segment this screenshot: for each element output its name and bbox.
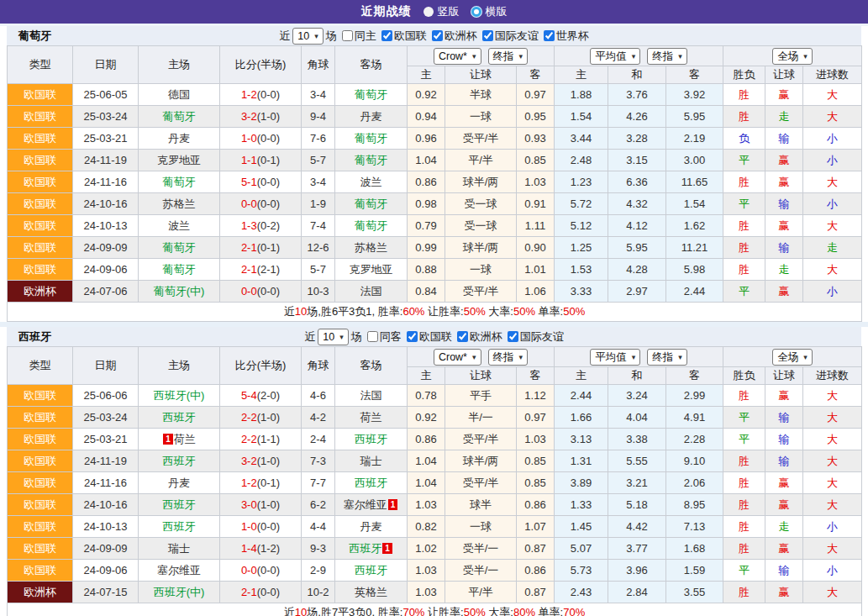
match-date: 24-07-15 bbox=[73, 582, 139, 603]
summary-segment: 10 bbox=[295, 606, 307, 616]
result-value: 平 bbox=[723, 281, 765, 303]
average-final-select[interactable]: 终指 bbox=[647, 349, 687, 366]
odds-value: 1.03 bbox=[517, 171, 555, 193]
odds-source-select[interactable]: Crow* bbox=[434, 48, 481, 65]
fulltime-select[interactable]: 全场 bbox=[772, 349, 813, 366]
competition-checkbox[interactable] bbox=[432, 30, 443, 41]
competition-option[interactable]: 国际友谊 bbox=[480, 29, 539, 44]
competition-option[interactable]: 欧洲杯 bbox=[455, 329, 502, 345]
match-count-select[interactable]: 10 bbox=[318, 329, 348, 345]
games-label: 场 bbox=[326, 29, 337, 44]
team-label: 西班牙 bbox=[349, 542, 381, 555]
result-value: 赢 bbox=[765, 150, 803, 171]
home-team: 波兰 bbox=[139, 215, 220, 237]
corner-score: 7-7 bbox=[302, 472, 335, 494]
sub-column-header: 胜负 bbox=[723, 367, 765, 385]
halftime-score: (0-1) bbox=[257, 476, 280, 489]
table-row: 欧国联25-06-06西班牙(中)5-4(2-0)4-6法国0.78平手1.12… bbox=[8, 385, 862, 407]
chevron-down-icon bbox=[314, 32, 318, 40]
same-venue-option[interactable]: 同客 bbox=[365, 329, 402, 345]
competition-option[interactable]: 欧国联 bbox=[404, 329, 452, 345]
odds-value: 0.98 bbox=[408, 193, 445, 215]
competition-checkbox[interactable] bbox=[508, 331, 518, 342]
fulltime-score: 0-0 bbox=[241, 285, 257, 297]
halftime-score: (1-0) bbox=[257, 411, 280, 424]
same-venue-checkbox[interactable] bbox=[342, 30, 353, 41]
odds-final-select[interactable]: 终指 bbox=[488, 48, 529, 65]
average-odds-value: 1.31 bbox=[555, 450, 608, 472]
match-date: 25-06-06 bbox=[73, 385, 139, 407]
halftime-score: (0-0) bbox=[257, 564, 280, 577]
fulltime-score: 2-1 bbox=[241, 586, 257, 598]
result-value: 平 bbox=[723, 429, 765, 450]
halftime-score: (2-0) bbox=[257, 389, 280, 402]
chevron-down-icon bbox=[519, 353, 523, 361]
away-team: 西班牙 bbox=[335, 560, 408, 582]
competition-option[interactable]: 世界杯 bbox=[541, 29, 589, 44]
competition-option[interactable]: 欧洲杯 bbox=[429, 29, 477, 44]
sub-column-header: 主 bbox=[555, 66, 608, 84]
radio-vertical-icon[interactable] bbox=[423, 7, 434, 17]
match-type: 欧国联 bbox=[8, 84, 73, 106]
away-team: 荷兰 bbox=[335, 407, 408, 429]
match-date: 25-03-21 bbox=[73, 429, 139, 450]
result-value: 走 bbox=[765, 516, 803, 538]
score: 2-2(1-0) bbox=[220, 407, 302, 429]
chevron-down-icon bbox=[519, 52, 523, 61]
view-option-horizontal[interactable]: 横版 bbox=[471, 4, 508, 19]
average-odds-value: 2.28 bbox=[666, 429, 723, 450]
odds-final-select-value: 终指 bbox=[493, 350, 514, 364]
team-label: 葡萄牙 bbox=[355, 219, 387, 232]
team-label: 荷兰 bbox=[360, 411, 382, 424]
sub-column-header: 胜负 bbox=[723, 66, 765, 84]
score: 2-1(0-0) bbox=[220, 582, 302, 603]
radio-horizontal-icon[interactable] bbox=[471, 7, 481, 17]
team-label: 丹麦 bbox=[360, 520, 382, 533]
score: 5-1(0-0) bbox=[220, 171, 302, 193]
competition-checkbox[interactable] bbox=[544, 30, 555, 41]
score: 1-2(0-1) bbox=[220, 472, 302, 494]
table-row: 欧国联24-09-06葡萄牙2-1(2-1)5-7克罗地亚0.88一球1.011… bbox=[8, 259, 862, 281]
average-odds-value: 3.33 bbox=[555, 281, 608, 303]
same-venue-checkbox[interactable] bbox=[367, 331, 378, 342]
match-type: 欧国联 bbox=[8, 385, 73, 407]
team-label: 苏格兰 bbox=[355, 241, 387, 254]
competition-checkbox[interactable] bbox=[482, 30, 493, 41]
sub-column-header: 客 bbox=[666, 367, 723, 385]
team-label: 西班牙 bbox=[163, 520, 196, 533]
odds-value: 0.94 bbox=[408, 106, 445, 128]
match-count-select[interactable]: 10 bbox=[292, 28, 323, 45]
chevron-down-icon bbox=[803, 353, 808, 361]
team-label: 苏格兰 bbox=[163, 197, 196, 210]
odds-source-select[interactable]: Crow* bbox=[434, 349, 481, 366]
match-type: 欧国联 bbox=[8, 494, 73, 516]
summary-segment: 近 bbox=[284, 606, 295, 616]
competition-checkbox[interactable] bbox=[407, 331, 418, 342]
result-value: 大 bbox=[803, 472, 862, 494]
corner-score: 9-3 bbox=[302, 538, 335, 560]
away-team: 葡萄牙 bbox=[335, 128, 408, 150]
view-option-vertical[interactable]: 竖版 bbox=[423, 4, 460, 19]
average-odds-value: 3.89 bbox=[555, 472, 608, 494]
average-select[interactable]: 平均值 bbox=[590, 48, 640, 65]
fulltime-score: 5-4 bbox=[241, 389, 257, 402]
competition-checkbox[interactable] bbox=[457, 331, 468, 342]
summary-row: 近10场,胜6平3负1, 胜率:60% 让胜率:50% 大率:50% 单率:50… bbox=[8, 303, 862, 322]
average-select[interactable]: 平均值 bbox=[590, 349, 640, 366]
competition-option[interactable]: 欧国联 bbox=[379, 29, 427, 44]
result-value: 赢 bbox=[765, 494, 803, 516]
match-type: 欧国联 bbox=[8, 171, 73, 193]
away-team: 葡萄牙 bbox=[335, 150, 408, 171]
home-team: 德国 bbox=[139, 84, 220, 106]
fulltime-score: 1-1 bbox=[241, 154, 257, 166]
odds-final-select[interactable]: 终指 bbox=[488, 349, 529, 366]
match-date: 24-09-09 bbox=[73, 237, 139, 259]
competition-option[interactable]: 国际友谊 bbox=[505, 329, 564, 345]
team-label: 波兰 bbox=[168, 219, 190, 232]
competition-checkbox[interactable] bbox=[381, 30, 392, 41]
fulltime-select[interactable]: 全场 bbox=[772, 48, 813, 65]
average-final-select[interactable]: 终指 bbox=[647, 48, 687, 65]
same-venue-option[interactable]: 同主 bbox=[339, 29, 376, 44]
column-header-date: 日期 bbox=[73, 46, 139, 84]
average-odds-value: 7.13 bbox=[666, 516, 723, 538]
